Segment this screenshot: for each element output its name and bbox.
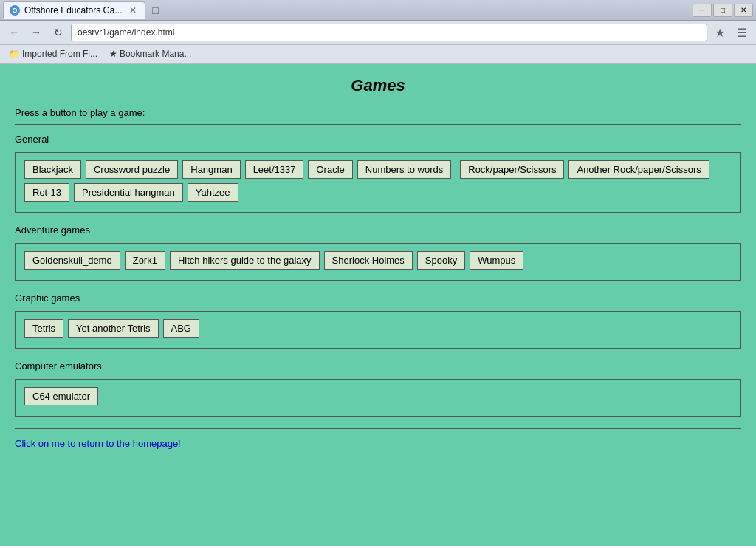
game-oracle[interactable]: Oracle [308,160,352,179]
bookmark-item-2[interactable]: ★ Bookmark Mana... [105,47,196,61]
game-yet-another-tetris[interactable]: Yet another Tetris [68,319,158,338]
general-games-grid: Blackjack Crossword puzzle Hangman Leet/… [24,160,732,202]
game-presidential-hangman[interactable]: Presidential hangman [74,183,183,202]
adventure-games-section: Goldenskull_demo Zork1 Hitch hikers guid… [15,243,741,281]
general-section-title: General [15,134,741,145]
address-bar[interactable]: oesrvr1/game/index.html [71,24,707,41]
game-abg[interactable]: ABG [163,319,199,338]
bottom-divider [15,428,741,429]
address-text: oesrvr1/game/index.html [78,27,174,38]
reload-button[interactable]: ↻ [49,24,68,41]
game-hitchhikers[interactable]: Hitch hikers guide to the galaxy [170,251,320,270]
browser-chrome: O Offshore Educators Ga... ✕ □ ─ □ ✕ ← →… [0,0,756,64]
page-title: Games [15,76,741,95]
graphic-games-section: Tetris Yet another Tetris ABG [15,311,741,349]
homepage-link[interactable]: Click on me to return to the homepage! [15,438,181,449]
adventure-section: Adventure games Goldenskull_demo Zork1 H… [15,225,741,281]
emulators-section: Computer emulators C64 emulator [15,360,741,417]
game-wumpus[interactable]: Wumpus [470,251,523,270]
emulators-section-title: Computer emulators [15,360,741,371]
menu-button[interactable]: ☰ [732,24,752,41]
window-controls: ─ □ ✕ [693,4,753,17]
bookmark-star-button[interactable]: ★ [710,24,729,41]
graphic-games-grid: Tetris Yet another Tetris ABG [24,319,732,338]
game-leet[interactable]: Leet/1337 [245,160,304,179]
page-subtitle: Press a button to play a game: [15,107,741,118]
bookmark-item-1[interactable]: 📁 Imported From Fi... [4,47,102,61]
general-section: General Blackjack Crossword puzzle Hangm… [15,134,741,213]
game-c64-emulator[interactable]: C64 emulator [24,387,98,405]
tab-title: Offshore Educators Ga... [24,5,123,16]
game-goldenskull[interactable]: Goldenskull_demo [24,251,120,270]
new-tab-button[interactable]: □ [147,1,165,19]
minimize-button[interactable]: ─ [693,4,712,17]
game-rock-paper-scissors[interactable]: Rock/paper/Scissors [460,160,564,179]
page-content: Games Press a button to play a game: Gen… [0,64,756,546]
close-button[interactable]: ✕ [734,4,753,17]
game-sherlock-holmes[interactable]: Sherlock Holmes [324,251,413,270]
graphic-section: Graphic games Tetris Yet another Tetris … [15,292,741,349]
game-hangman[interactable]: Hangman [182,160,240,179]
tab-favicon: O [10,5,20,16]
tab-bar: O Offshore Educators Ga... ✕ □ [3,1,693,19]
tab-close-button[interactable]: ✕ [127,4,139,16]
top-divider [15,124,741,125]
game-numbers-to-words[interactable]: Numbers to words [357,160,451,179]
forward-button[interactable]: → [27,24,46,41]
game-rot13[interactable]: Rot-13 [24,183,69,202]
emulators-games-grid: C64 emulator [24,387,732,405]
title-bar: O Offshore Educators Ga... ✕ □ ─ □ ✕ [0,0,756,21]
folder-icon-1: 📁 [9,49,20,59]
back-button[interactable]: ← [4,24,24,41]
game-tetris[interactable]: Tetris [24,319,63,338]
game-blackjack[interactable]: Blackjack [24,160,81,179]
restore-button[interactable]: □ [713,4,732,17]
game-another-rock-paper-scissors[interactable]: Another Rock/paper/Scissors [568,160,709,179]
active-tab[interactable]: O Offshore Educators Ga... ✕ [3,1,145,19]
bookmark-label-2: Bookmark Mana... [120,49,191,59]
adventure-section-title: Adventure games [15,225,741,236]
game-yahtzee[interactable]: Yahtzee [188,183,238,202]
star-icon-2: ★ [109,49,117,59]
graphic-section-title: Graphic games [15,292,741,304]
emulators-games-section: C64 emulator [15,379,741,417]
nav-bar: ← → ↻ oesrvr1/game/index.html ★ ☰ [0,21,756,45]
adventure-games-grid: Goldenskull_demo Zork1 Hitch hikers guid… [24,251,732,270]
game-spooky[interactable]: Spooky [417,251,465,270]
bookmark-label-1: Imported From Fi... [22,49,97,59]
game-zork1[interactable]: Zork1 [125,251,165,270]
general-games-section: Blackjack Crossword puzzle Hangman Leet/… [15,152,741,213]
bookmarks-bar: 📁 Imported From Fi... ★ Bookmark Mana... [0,45,756,64]
game-crossword-puzzle[interactable]: Crossword puzzle [86,160,178,179]
